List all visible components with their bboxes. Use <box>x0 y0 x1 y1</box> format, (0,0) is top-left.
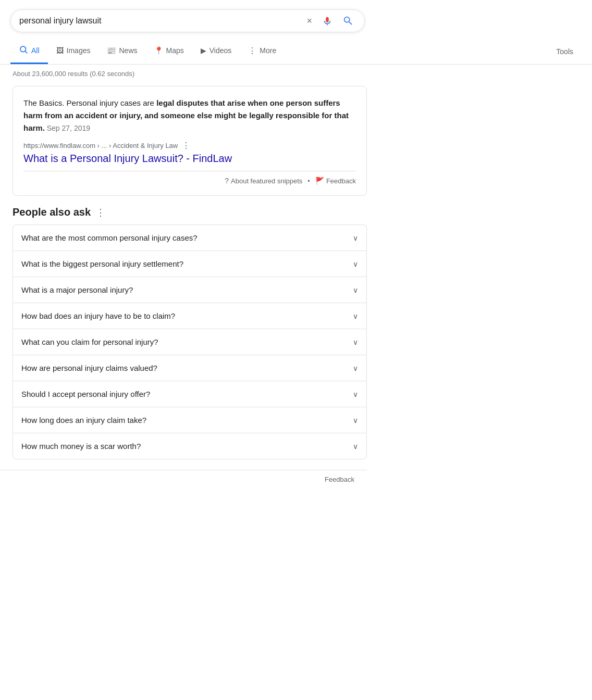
paa-item[interactable]: Should I accept personal injury offer? ∨ <box>13 381 367 407</box>
chevron-down-icon: ∨ <box>353 260 358 268</box>
question-circle-icon: ? <box>225 177 229 185</box>
paa-item[interactable]: How bad does an injury have to be to cla… <box>13 303 367 329</box>
news-icon: 📰 <box>107 46 116 55</box>
tab-more[interactable]: ⋮ More <box>240 40 285 64</box>
search-input[interactable] <box>19 16 299 26</box>
svg-line-2 <box>25 51 27 53</box>
results-container: About 23,600,000 results (0.62 seconds) … <box>0 65 592 470</box>
paa-question-6: How are personal injury claims valued? <box>21 364 157 372</box>
feedback-icon: 🚩 <box>315 177 324 185</box>
paa-item[interactable]: What is the biggest personal injury sett… <box>13 251 367 277</box>
paa-question-8: How long does an injury claim take? <box>21 416 146 424</box>
search-bar: × <box>10 9 365 32</box>
tab-more-label: More <box>260 46 276 55</box>
all-icon <box>19 45 28 56</box>
about-snippets-label: About featured snippets <box>231 177 302 185</box>
paa-list: What are the most common personal injury… <box>13 224 367 459</box>
tools-button[interactable]: Tools <box>548 41 582 62</box>
images-icon: 🖼 <box>56 46 64 55</box>
maps-icon: 📍 <box>154 46 163 55</box>
paa-header: People also ask ⋮ <box>13 206 367 218</box>
about-snippets-button[interactable]: ? About featured snippets <box>225 177 302 185</box>
paa-more-button[interactable]: ⋮ <box>96 207 105 218</box>
tab-videos-label: Videos <box>209 46 232 55</box>
search-icon <box>342 15 354 27</box>
chevron-down-icon: ∨ <box>353 416 358 424</box>
separator-dot: • <box>307 177 310 185</box>
snippet-url-row: https://www.findlaw.com › ... › Accident… <box>23 141 356 151</box>
mic-button[interactable] <box>319 15 335 27</box>
search-button[interactable] <box>340 15 356 27</box>
paa-question-3: What is a major personal injury? <box>21 285 133 294</box>
paa-item[interactable]: What is a major personal injury? ∨ <box>13 277 367 303</box>
tab-videos[interactable]: ▶ Videos <box>192 40 240 63</box>
tab-maps[interactable]: 📍 Maps <box>146 40 192 63</box>
chevron-down-icon: ∨ <box>353 338 358 346</box>
chevron-down-icon: ∨ <box>353 364 358 372</box>
videos-icon: ▶ <box>201 46 206 55</box>
paa-question-9: How much money is a scar worth? <box>21 442 141 451</box>
mic-icon <box>322 15 333 27</box>
results-count: About 23,600,000 results (0.62 seconds) <box>13 70 579 78</box>
feedback-label: Feedback <box>326 177 356 185</box>
snippet-intro: The Basics. Personal injury cases are <box>23 98 156 107</box>
paa-question-7: Should I accept personal injury offer? <box>21 390 150 398</box>
tab-all[interactable]: All <box>10 39 48 64</box>
snippet-text: The Basics. Personal injury cases are le… <box>23 97 356 134</box>
bottom-feedback-button[interactable]: Feedback <box>0 470 367 489</box>
people-also-ask-section: People also ask ⋮ What are the most comm… <box>13 206 367 459</box>
paa-item[interactable]: What are the most common personal injury… <box>13 224 367 251</box>
paa-question-1: What are the most common personal injury… <box>21 233 198 242</box>
tab-images-label: Images <box>67 46 91 55</box>
snippet-more-button[interactable]: ⋮ <box>182 141 190 151</box>
snippet-title-link[interactable]: What is a Personal Injury Lawsuit? - Fin… <box>23 153 232 164</box>
tab-all-label: All <box>31 46 40 55</box>
search-bar-container: × <box>0 0 592 39</box>
clear-button[interactable]: × <box>304 16 314 27</box>
snippet-url: https://www.findlaw.com › ... › Accident… <box>23 142 178 149</box>
paa-question-2: What is the biggest personal injury sett… <box>21 259 183 268</box>
paa-item[interactable]: How long does an injury claim take? ∨ <box>13 407 367 433</box>
snippet-date: Sep 27, 2019 <box>45 124 90 132</box>
chevron-down-icon: ∨ <box>353 234 358 242</box>
chevron-down-icon: ∨ <box>353 312 358 320</box>
snippet-footer: ? About featured snippets • 🚩 Feedback <box>23 171 356 185</box>
chevron-down-icon: ∨ <box>353 286 358 294</box>
paa-question-4: How bad does an injury have to be to cla… <box>21 311 175 320</box>
paa-item[interactable]: How are personal injury claims valued? ∨ <box>13 355 367 381</box>
feedback-button[interactable]: 🚩 Feedback <box>315 177 356 185</box>
paa-question-5: What can you claim for personal injury? <box>21 338 158 346</box>
tab-news-label: News <box>119 46 137 55</box>
featured-snippet: The Basics. Personal injury cases are le… <box>13 86 367 196</box>
nav-tabs: All 🖼 Images 📰 News 📍 Maps ▶ Videos ⋮ Mo… <box>0 39 592 65</box>
chevron-down-icon: ∨ <box>353 442 358 451</box>
tab-news[interactable]: 📰 News <box>98 40 145 63</box>
tab-images[interactable]: 🖼 Images <box>48 40 99 63</box>
chevron-down-icon: ∨ <box>353 390 358 398</box>
paa-title: People also ask <box>13 206 91 218</box>
tab-maps-label: Maps <box>166 46 184 55</box>
paa-item[interactable]: How much money is a scar worth? ∨ <box>13 433 367 459</box>
paa-item[interactable]: What can you claim for personal injury? … <box>13 329 367 355</box>
more-icon: ⋮ <box>248 46 256 56</box>
